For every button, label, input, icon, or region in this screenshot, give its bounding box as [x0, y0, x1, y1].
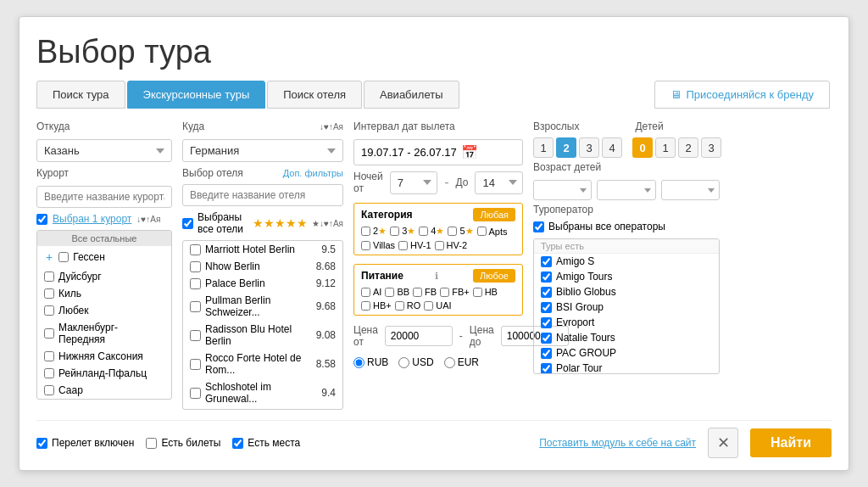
category-header: Категория Любая [361, 208, 515, 221]
nights-to-label: До [456, 176, 469, 188]
child-1[interactable]: 1 [655, 137, 676, 158]
tab-join-brand[interactable]: 🖥 Присоединяйся к бренду [654, 81, 830, 109]
dopp-filter-link[interactable]: Доп. фильтры [283, 168, 343, 178]
tab-search-hotel[interactable]: Поиск отеля [267, 81, 362, 109]
cat-option-hv2[interactable]: HV-2 [435, 240, 467, 250]
list-item[interactable]: Рейнланд-Пфальц [37, 365, 171, 382]
cat-option-3star[interactable]: 3★ [390, 226, 415, 237]
child-3[interactable]: 3 [701, 137, 721, 158]
list-item[interactable]: Marriott Hotel Berlin9.5 [183, 241, 342, 258]
list-item[interactable]: Нижняя Саксония [37, 348, 171, 365]
vozrast-1-select[interactable] [533, 180, 592, 200]
resort-sort-icons[interactable]: ↓♥↑Ая [136, 215, 160, 224]
food-fb[interactable]: FB [413, 287, 437, 297]
list-item[interactable]: Любек [37, 302, 171, 319]
list-item[interactable]: Киль [37, 285, 171, 302]
tour-all-checkbox[interactable] [533, 221, 544, 232]
cat-option-5star[interactable]: 5★ [448, 226, 473, 237]
currency-rub[interactable]: RUB [353, 356, 388, 368]
price-dash: - [459, 330, 463, 342]
price-from-input[interactable] [385, 326, 453, 346]
list-item[interactable]: Nhow Berlin8.68 [183, 258, 342, 275]
food-hb[interactable]: HB [473, 287, 498, 297]
list-item[interactable]: Саксония [37, 399, 171, 400]
list-item[interactable]: + Гессен [37, 246, 171, 268]
list-item[interactable]: Pullman Berlin Schweizer...9.68 [183, 292, 342, 321]
list-item[interactable]: Sofitel Berlin Gendarmen...9.04 [183, 407, 342, 410]
adult-4[interactable]: 4 [602, 137, 622, 158]
food-bb[interactable]: BB [385, 287, 409, 297]
tab-avia[interactable]: Авиабилеты [364, 81, 459, 109]
child-0[interactable]: 0 [632, 137, 653, 158]
child-2[interactable]: 2 [678, 137, 698, 158]
list-item[interactable]: Rocco Forte Hotel de Rom...8.58 [183, 350, 342, 378]
vozrast-3-select[interactable] [661, 180, 720, 200]
list-item[interactable]: Дуйсбург [37, 268, 171, 285]
resort-selected-link[interactable]: Выбран 1 курорт [53, 213, 131, 225]
food-ro[interactable]: RO [395, 300, 421, 311]
list-item[interactable]: BSI Group [534, 299, 719, 315]
from-select[interactable]: Казань [36, 139, 172, 162]
food-hbplus[interactable]: HB+ [361, 300, 392, 311]
currency-eur[interactable]: EUR [444, 356, 479, 368]
list-item[interactable]: Radisson Blu Hotel Berlin9.08 [183, 321, 342, 350]
to-select[interactable]: Германия [182, 139, 343, 162]
list-item[interactable]: Саар [37, 382, 171, 399]
to-sort-icons[interactable]: ↓♥↑Ая [320, 122, 343, 132]
nights-row: Ночей от 78910 - До 141012 [353, 171, 523, 194]
hotel-all-checkbox[interactable] [182, 218, 193, 229]
list-item[interactable]: Evroport [534, 315, 719, 330]
cat-option-hv1[interactable]: HV-1 [398, 240, 431, 250]
food-uai[interactable]: UAI [424, 300, 451, 311]
hotel-sort-icons[interactable]: ★↓♥↑Ая [312, 219, 343, 228]
category-any-button[interactable]: Любая [473, 208, 515, 221]
tour-all-row: Выбраны все операторы [533, 221, 720, 232]
resort-label: Курорт [36, 167, 172, 179]
resort-input[interactable] [36, 186, 172, 208]
cat-option-2star[interactable]: 2★ [361, 226, 387, 237]
nights-from-select[interactable]: 78910 [390, 171, 438, 194]
list-item[interactable]: Макленбург-Передняя [37, 319, 171, 348]
list-item[interactable]: Amigo S [534, 254, 719, 269]
cat-option-4star[interactable]: 4★ [419, 226, 444, 237]
list-item[interactable]: PAC GROUP [534, 345, 719, 361]
tab-excursions[interactable]: Экскурсионные туры [127, 81, 266, 109]
cat-option-villas[interactable]: Villas [361, 240, 395, 250]
nights-from-label: Ночей от [353, 171, 383, 194]
clear-button[interactable]: ✕ [708, 428, 738, 458]
list-item[interactable]: Schloshotel im Grunewal...9.4 [183, 378, 342, 407]
tour-all-label: Выбраны все операторы [548, 221, 665, 232]
list-item[interactable]: Polar Tour [534, 361, 719, 374]
price-to-label: Цена до [470, 324, 494, 348]
tab-search-tour[interactable]: Поиск тура [36, 81, 125, 109]
form-area: Откуда Казань Курорт Выбран 1 курорт ↓♥↑… [36, 120, 832, 410]
date-input-row[interactable]: 19.07.17 - 26.07.17 📅 [353, 139, 523, 165]
find-button[interactable]: Найти [750, 428, 832, 457]
list-item[interactable]: Amigo Tours [534, 269, 719, 284]
flight-included-check[interactable]: Перелет включен [36, 437, 134, 449]
add-resort-icon[interactable]: + [44, 249, 54, 266]
food-fbplus[interactable]: FB+ [440, 287, 469, 297]
food-options: AI BB FB FB+ HB HB+ RO UAI [361, 287, 515, 311]
food-info-icon: ℹ [435, 271, 438, 282]
food-ai[interactable]: AI [361, 287, 381, 297]
list-item[interactable]: Natalie Tours [534, 330, 719, 345]
adult-2[interactable]: 2 [556, 137, 576, 158]
vozrast-row [533, 180, 720, 200]
add-to-site-link[interactable]: Поставить модуль к себе на сайт [539, 437, 696, 449]
cat-option-apts[interactable]: Apts [477, 226, 508, 237]
resort-selected-checkbox[interactable] [36, 214, 47, 225]
nights-to-select[interactable]: 141012 [475, 171, 523, 194]
seats-exist-check[interactable]: Есть места [232, 437, 300, 449]
tickets-exist-check[interactable]: Есть билеты [146, 437, 220, 449]
vozrast-2-select[interactable] [597, 180, 655, 200]
list-item[interactable]: Palace Berlin9.12 [183, 275, 342, 292]
hotel-input[interactable] [182, 184, 343, 206]
flight-included-label: Перелет включен [52, 437, 134, 449]
list-item[interactable]: Biblio Globus [534, 284, 719, 299]
currency-usd[interactable]: USD [398, 356, 433, 368]
calendar-icon[interactable]: 📅 [461, 144, 478, 160]
food-any-button[interactable]: Любое [473, 269, 515, 283]
adult-1[interactable]: 1 [533, 137, 554, 158]
adult-3[interactable]: 3 [579, 137, 599, 158]
